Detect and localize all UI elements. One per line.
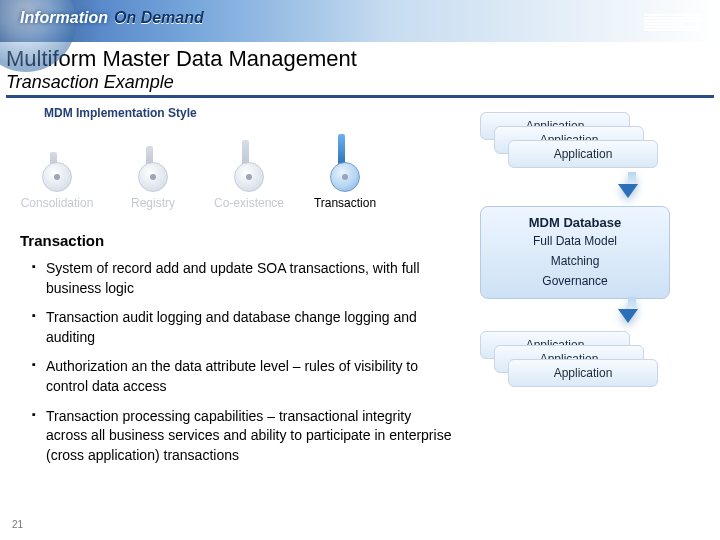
- implementation-style-label: MDM Implementation Style: [44, 106, 454, 120]
- app-box: Application: [508, 140, 658, 168]
- style-transaction: Transaction: [300, 126, 390, 210]
- ibm-logo: [644, 14, 700, 34]
- style-registry: Registry: [108, 126, 198, 210]
- style-coexistence: Co-existence: [204, 126, 294, 210]
- bullet-item: Transaction processing capabilities – tr…: [32, 407, 454, 466]
- bullet-item: Transaction audit logging and database c…: [32, 308, 454, 347]
- dial-icon: [234, 162, 264, 192]
- brand-word-2: On Demand: [114, 9, 204, 27]
- style-label: Transaction: [314, 196, 376, 210]
- style-consolidation: Consolidation: [12, 126, 102, 210]
- style-label: Co-existence: [214, 196, 284, 210]
- bullet-item: System of record add and update SOA tran…: [32, 259, 454, 298]
- dial-icon: [138, 162, 168, 192]
- page-subtitle: Transaction Example: [6, 72, 720, 93]
- mdm-line: Governance: [487, 274, 663, 288]
- app-stack-bottom: Application Application Application: [480, 331, 706, 393]
- bullet-item: Authorization an the data attribute leve…: [32, 357, 454, 396]
- page-number: 21: [12, 519, 23, 530]
- arrow-down-icon: [618, 184, 638, 198]
- dial-icon: [330, 162, 360, 192]
- dial-icon: [42, 162, 72, 192]
- style-label: Registry: [131, 196, 175, 210]
- title-divider: [6, 95, 714, 98]
- mdm-title: MDM Database: [487, 215, 663, 230]
- top-banner: Information On Demand: [0, 0, 720, 42]
- mdm-database-box: MDM Database Full Data Model Matching Go…: [480, 206, 670, 299]
- mdm-line: Full Data Model: [487, 234, 663, 248]
- diagram-column: Application Application Application MDM …: [454, 106, 706, 475]
- app-box: Application: [508, 359, 658, 387]
- arrow-down-icon: [618, 309, 638, 323]
- mdm-line: Matching: [487, 254, 663, 268]
- banner-brand: Information On Demand: [20, 9, 204, 27]
- section-heading: Transaction: [20, 232, 454, 249]
- bullet-list: System of record add and update SOA tran…: [32, 259, 454, 465]
- style-label: Consolidation: [21, 196, 94, 210]
- page-title: Multiform Master Data Management: [6, 46, 720, 72]
- brand-word-1: Information: [20, 9, 108, 27]
- app-stack-top: Application Application Application: [480, 112, 706, 174]
